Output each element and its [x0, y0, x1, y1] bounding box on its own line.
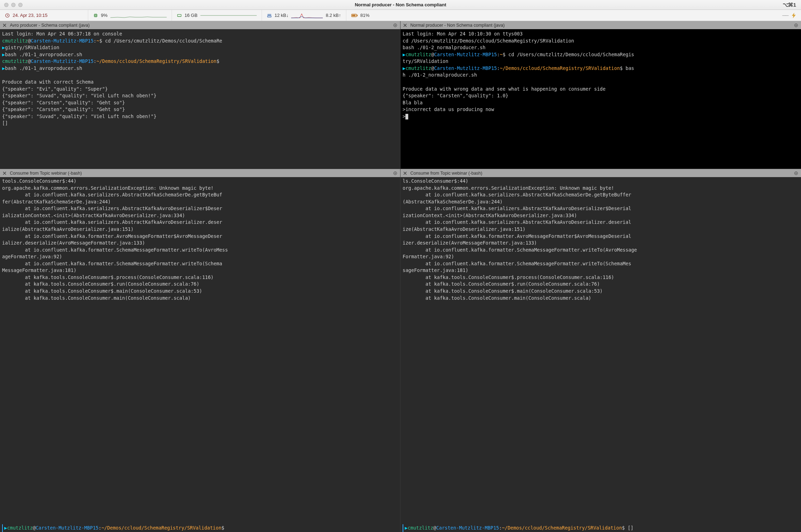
svg-rect-1 — [95, 14, 97, 17]
terminal-prompt[interactable]: ▶cmutzlitz@Carsten-Mutzlitz-MBP15:~/Demo… — [403, 524, 799, 532]
network-stat: 12 kB↓ 8.2 kB↑ — [262, 10, 346, 21]
svg-rect-3 — [178, 14, 181, 17]
pane-menu-icon[interactable] — [392, 170, 398, 176]
window-title: Normal producer - Non Schema compliant — [0, 2, 801, 7]
battery-pct: 81% — [360, 13, 370, 18]
window-controls — [0, 3, 23, 7]
bolt-icon — [792, 13, 796, 18]
clock-text: 24. Apr 23, 10:15 — [13, 13, 47, 18]
pane-tabrow: Consume from Topic webinar (-bash) — [0, 169, 400, 177]
pane-bottom-left[interactable]: Consume from Topic webinar (-bash) tools… — [0, 169, 400, 532]
pane-tabrow: Avro producer - Schema compliant (java) — [0, 21, 400, 29]
network-sparkline — [291, 12, 323, 19]
clock-icon — [5, 13, 10, 18]
battery-icon — [351, 13, 358, 18]
terminal-output[interactable]: Last login: Mon Apr 24 06:37:18 on conso… — [0, 29, 400, 169]
prompt-indicator — [2, 524, 3, 532]
svg-point-10 — [394, 171, 397, 175]
pane-menu-icon[interactable] — [793, 170, 799, 176]
svg-rect-7 — [352, 14, 355, 16]
memory-stat: 16 GB — [172, 10, 262, 21]
zoom-window-button[interactable] — [18, 3, 23, 7]
svg-rect-6 — [357, 15, 358, 16]
terminal-prompt[interactable]: ▶cmutzlitz@Carsten-Mutzlitz-MBP15:~/Demo… — [2, 524, 398, 532]
svg-rect-4 — [267, 16, 271, 17]
memory-icon — [177, 13, 182, 18]
pane-tab-title[interactable]: Consume from Topic webinar (-bash) — [410, 171, 793, 176]
pane-tabrow: Consume from Topic webinar (-bash) — [400, 169, 801, 177]
close-icon[interactable] — [403, 171, 408, 176]
network-down: 12 kB↓ — [275, 13, 289, 18]
cpu-sparkline — [110, 12, 167, 19]
window-shortcut-hint: ⌥⌘1 — [783, 2, 801, 8]
terminal-output[interactable]: tools.ConsoleConsumer$:44) org.apache.ka… — [2, 177, 398, 524]
prompt-indicator — [403, 524, 403, 532]
pane-menu-icon[interactable] — [392, 22, 398, 28]
pane-grid: Avro producer - Schema compliant (java) … — [0, 21, 801, 532]
close-icon[interactable] — [2, 23, 7, 28]
close-window-button[interactable] — [4, 3, 8, 7]
battery-stat: 81% — [346, 10, 374, 21]
pane-top-left[interactable]: Avro producer - Schema compliant (java) … — [0, 21, 400, 169]
pane-top-right[interactable]: Normal producer - Non Schema compliant (… — [400, 21, 801, 169]
cpu-stat: 9% — [88, 10, 172, 21]
terminal-output[interactable]: ls.ConsoleConsumer$:44) org.apache.kafka… — [403, 177, 799, 524]
terminal-output[interactable]: Last login: Mon Apr 24 10:10:30 on ttys0… — [400, 29, 801, 169]
pane-tabrow: Normal producer - Non Schema compliant (… — [400, 21, 801, 29]
pane-tab-title[interactable]: Avro producer - Schema compliant (java) — [10, 23, 392, 28]
svg-point-11 — [795, 171, 798, 175]
power-indicator: ── — [374, 10, 801, 21]
network-up: 8.2 kB↑ — [326, 13, 341, 18]
svg-point-9 — [795, 24, 798, 27]
cpu-pct: 9% — [101, 13, 108, 18]
svg-point-8 — [394, 24, 397, 27]
network-icon — [267, 13, 272, 18]
clock-stat: 24. Apr 23, 10:15 — [0, 10, 88, 21]
close-icon[interactable] — [403, 23, 408, 28]
close-icon[interactable] — [2, 171, 7, 176]
svg-rect-2 — [95, 15, 96, 16]
window-titlebar: Normal producer - Non Schema compliant ⌥… — [0, 0, 801, 10]
memory-sparkline — [200, 12, 257, 19]
pane-menu-icon[interactable] — [793, 22, 799, 28]
pane-tab-title[interactable]: Normal producer - Non Schema compliant (… — [410, 23, 793, 28]
minimize-window-button[interactable] — [11, 3, 15, 7]
stats-bar: 24. Apr 23, 10:15 9% 16 GB 12 kB↓ 8. — [0, 10, 801, 21]
cpu-icon — [93, 13, 98, 18]
pane-tab-title[interactable]: Consume from Topic webinar (-bash) — [10, 171, 392, 176]
memory-value: 16 GB — [185, 13, 198, 18]
pane-bottom-right[interactable]: Consume from Topic webinar (-bash) ls.Co… — [400, 169, 801, 532]
